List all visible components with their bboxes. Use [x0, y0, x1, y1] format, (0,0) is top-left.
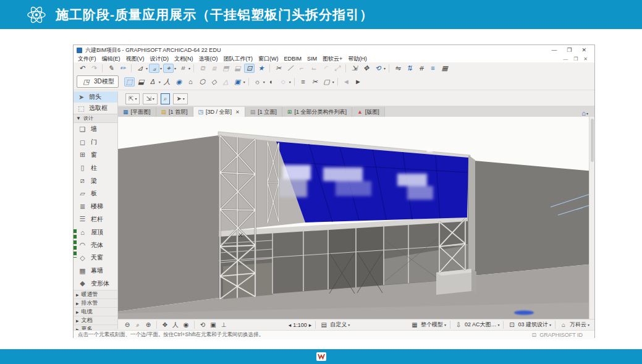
- chevron-down-icon[interactable]: ▾: [146, 66, 148, 70]
- tab-floorplan[interactable]: ▦[平面图]: [118, 107, 156, 117]
- sun-icon[interactable]: ☼: [252, 77, 263, 87]
- cutting-plane-icon[interactable]: ✂: [310, 77, 320, 87]
- design-phase-dropdown[interactable]: ⊡03 建筑设计▾: [507, 321, 551, 329]
- pan-mode-button[interactable]: ⇱▾: [125, 93, 140, 104]
- chevron-down-icon[interactable]: ▾: [332, 80, 334, 84]
- ungroup-icon[interactable]: ⧈: [209, 64, 219, 73]
- 3d-view-button[interactable]: ◳ 3D模型: [77, 75, 119, 88]
- tool-roof[interactable]: ⌂屋顶: [74, 226, 117, 239]
- look-icon[interactable]: ◉: [182, 321, 190, 328]
- toolbox-scroll-indicator[interactable]: [74, 229, 77, 258]
- look-to-icon[interactable]: △: [221, 77, 231, 87]
- chevron-down-icon[interactable]: ▾: [263, 80, 265, 84]
- undo-icon[interactable]: ↶: [77, 64, 87, 73]
- orient-icon[interactable]: ⊥: [219, 321, 228, 328]
- inject-parameters-icon[interactable]: ✏: [117, 64, 128, 73]
- scrollbar-thumb[interactable]: [591, 119, 594, 162]
- 3d-viewport[interactable]: [118, 117, 594, 319]
- tool-curtainwall[interactable]: ▦幕墙: [74, 265, 117, 277]
- explore-icon[interactable]: ◉: [174, 77, 184, 87]
- menu-edit[interactable]: 编辑(E): [102, 55, 120, 63]
- chevron-down-icon[interactable]: ▾: [384, 66, 386, 70]
- tab-first-floor[interactable]: ▤[1 首层]: [156, 107, 193, 117]
- chevron-down-icon[interactable]: ▾: [243, 80, 245, 84]
- chevron-down-icon[interactable]: ▾: [188, 66, 190, 70]
- set-square-icon[interactable]: ⊿: [135, 64, 145, 73]
- render-icon[interactable]: ◌: [278, 77, 289, 87]
- scale-control[interactable]: ◂ 1:100 ▸: [289, 322, 312, 328]
- fillet-icon[interactable]: ◜: [320, 64, 331, 73]
- toolbox-section-cable[interactable]: ▸电缆: [74, 307, 117, 316]
- orbit-mode-button[interactable]: ⇲▾: [143, 93, 157, 104]
- model-filter-dropdown[interactable]: ▦整个模型▾: [410, 321, 446, 329]
- minimize-button[interactable]: —: [551, 47, 557, 53]
- doc-restore-button[interactable]: ❐: [573, 56, 578, 62]
- menu-help[interactable]: 帮助(H): [348, 55, 367, 63]
- snap-grid-icon[interactable]: ⌗: [177, 64, 188, 73]
- axonometry-icon[interactable]: ⬡: [197, 77, 208, 87]
- redo-icon[interactable]: ↷: [88, 64, 99, 73]
- intersect-icon[interactable]: ⌙: [308, 64, 319, 73]
- tool-shell[interactable]: ◠壳体: [74, 239, 117, 252]
- layers-icon[interactable]: ≡: [298, 77, 308, 87]
- layer-combination-dropdown[interactable]: ⇩02 AC大图…▾: [454, 321, 500, 329]
- guide-lines-icon[interactable]: ⌖: [163, 64, 174, 73]
- toolbox-section-document[interactable]: ▸文档: [74, 316, 117, 324]
- rotate-icon[interactable]: ⟲: [373, 64, 383, 73]
- tool-column[interactable]: ▯柱: [74, 161, 117, 174]
- tool-wall[interactable]: ❏墙: [74, 123, 117, 136]
- tab-3d-all[interactable]: ◳[3D / 全部]✕: [193, 107, 245, 117]
- suspend-groups-icon[interactable]: ⊡: [244, 64, 255, 73]
- walk-icon[interactable]: 人: [171, 321, 180, 329]
- walk-icon[interactable]: 人: [162, 77, 172, 87]
- mirror-icon[interactable]: ⇋: [392, 64, 403, 73]
- graphisoft-id-widget[interactable]: ⊡ GRAPHISOFT ID: [532, 332, 590, 338]
- tool-door[interactable]: ◻门: [74, 136, 117, 149]
- tab-layout[interactable]: ▲[版图]: [352, 107, 385, 117]
- crop-view-icon[interactable]: ⬓: [136, 77, 146, 87]
- restore-button[interactable]: ❐: [567, 47, 572, 53]
- distribute-icon[interactable]: ▦: [439, 64, 450, 73]
- chevron-down-icon[interactable]: ▾: [160, 66, 162, 70]
- scale-next-arrow[interactable]: ▸: [309, 322, 312, 328]
- adjust-icon[interactable]: ⌐: [297, 64, 307, 73]
- zoom-in-icon[interactable]: ⊕: [144, 321, 153, 328]
- doc-close-button[interactable]: ✕: [583, 56, 588, 62]
- tool-stair[interactable]: ≣楼梯: [74, 200, 117, 213]
- tool-morph[interactable]: ◆变形体: [74, 277, 117, 290]
- print-icon[interactable]: ▤: [319, 321, 328, 328]
- fit-view-icon[interactable]: ▢: [321, 77, 332, 87]
- chevron-down-icon[interactable]: ▾: [289, 80, 291, 84]
- trim-icon[interactable]: ✂: [273, 64, 284, 73]
- tool-beam[interactable]: ⧄梁: [74, 174, 117, 187]
- move-icon[interactable]: ✥: [361, 64, 371, 73]
- next-view-icon[interactable]: ►: [353, 77, 363, 87]
- previous-view-icon[interactable]: ◄: [341, 77, 352, 87]
- scale-prev-arrow[interactable]: ◂: [289, 322, 292, 328]
- viewport-scrollbar[interactable]: [589, 117, 594, 319]
- tab-elevation[interactable]: ▤[1 立面]: [245, 107, 282, 117]
- menu-window[interactable]: 窗口(W): [258, 55, 279, 63]
- zoom-mode-button[interactable]: ⌕: [161, 93, 171, 104]
- menu-edbim[interactable]: EDBIM: [284, 56, 302, 62]
- gravity-icon[interactable]: ⟓: [149, 64, 159, 73]
- split-icon[interactable]: ⟋: [285, 64, 295, 73]
- zoom-reset-icon[interactable]: ⌕: [133, 321, 142, 329]
- orbit-icon[interactable]: ⟲: [198, 321, 207, 328]
- arrow-tool[interactable]: ➤ 箭头: [74, 91, 117, 103]
- tab-overflow-button[interactable]: ⌂▾: [581, 109, 594, 117]
- close-button[interactable]: ✕: [581, 47, 586, 53]
- multiply-icon[interactable]: ⧺: [416, 64, 426, 73]
- menu-options[interactable]: 选项(O): [199, 55, 218, 63]
- elevate-icon[interactable]: ⇅: [404, 64, 415, 73]
- marquee-tool[interactable]: ⬚ 选取框: [74, 103, 117, 114]
- toolbox-section-design[interactable]: ▼ 设计: [74, 114, 117, 123]
- toolbox-section-plumbing[interactable]: ▸排水管: [74, 298, 117, 307]
- resize-icon[interactable]: ⤢: [332, 64, 342, 73]
- tool-window[interactable]: ⊞窗: [74, 149, 117, 162]
- shadow-icon[interactable]: ◐: [266, 77, 277, 87]
- fit-window-icon[interactable]: ▣: [209, 321, 218, 328]
- chevron-down-icon[interactable]: ▾: [174, 66, 176, 70]
- project-dropdown[interactable]: ⌂万科云▾: [559, 321, 589, 329]
- tool-skylight[interactable]: ◇天窗: [74, 252, 117, 265]
